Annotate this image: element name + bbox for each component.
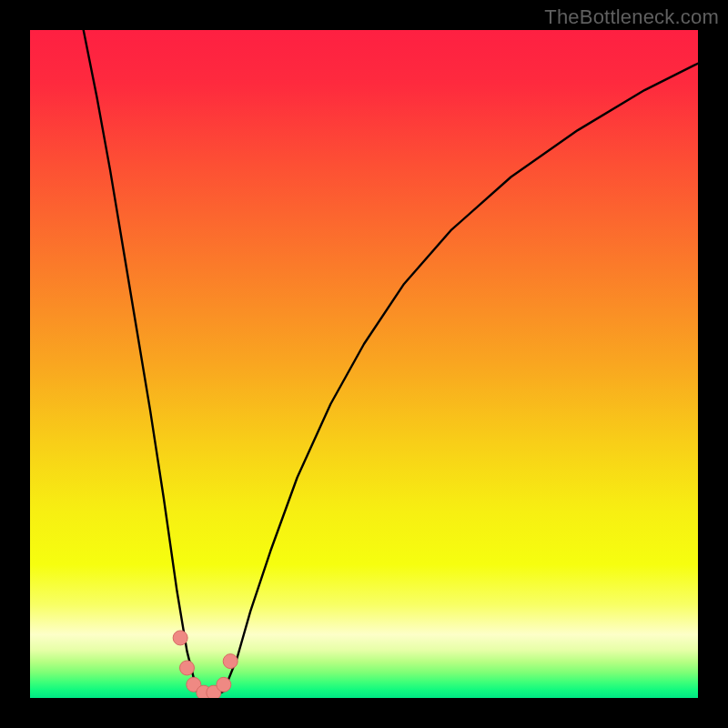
plot-area — [30, 30, 698, 698]
marker-dot — [173, 631, 187, 645]
gradient-background — [30, 30, 698, 698]
marker-dot — [179, 661, 194, 675]
chart-frame: TheBottleneck.com — [0, 0, 728, 728]
chart-svg — [30, 30, 698, 698]
marker-dot — [223, 654, 238, 669]
marker-dot — [217, 677, 231, 692]
watermark-text: TheBottleneck.com — [544, 5, 719, 29]
